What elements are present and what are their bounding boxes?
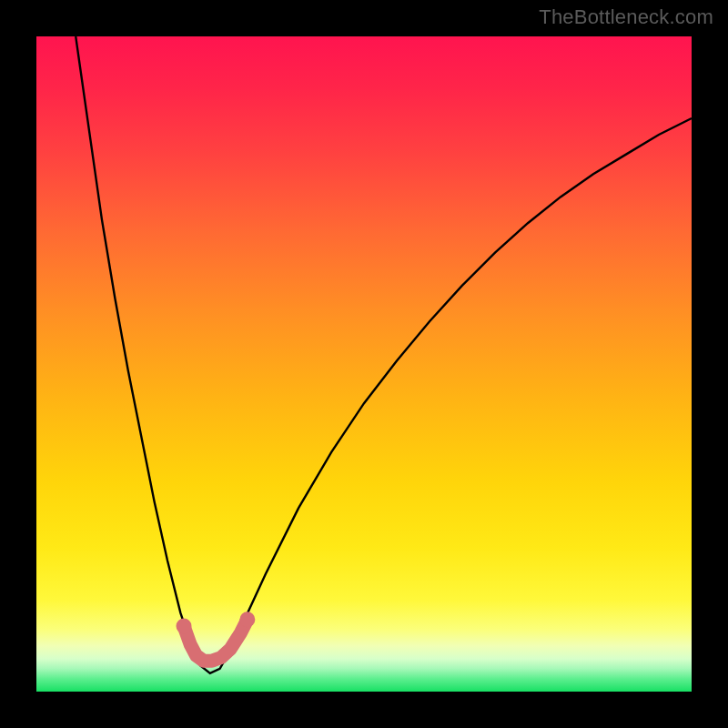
plot-background xyxy=(36,36,692,692)
chart-svg xyxy=(0,0,728,728)
highlight-dot-left xyxy=(177,619,192,634)
watermark-text: TheBottleneck.com xyxy=(539,5,713,29)
chart-stage: TheBottleneck.com xyxy=(0,0,728,728)
highlight-dot-right xyxy=(239,612,255,627)
